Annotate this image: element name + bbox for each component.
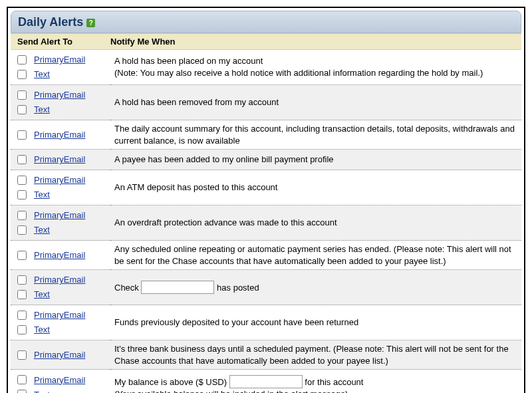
alert-option: PrimaryEmail [15,372,106,387]
checkbox-primary-email[interactable] [17,275,27,285]
checkbox-text[interactable] [17,290,27,299]
alert-row: PrimaryEmailTextAn ATM deposit has poste… [11,170,521,205]
alert-row: PrimaryEmailTextAn overdraft protection … [11,205,521,241]
alert-description: The daily account summary for this accou… [110,120,521,150]
alert-options-cell: PrimaryEmailText [11,370,110,393]
alert-option: Text [15,287,106,302]
alert-option: PrimaryEmail [15,152,106,167]
col-notify-me-when: Notify Me When [110,37,521,47]
panel-title: Daily Alerts [18,15,83,29]
alert-option: Text [15,223,106,237]
checkbox-text[interactable] [17,70,27,79]
alert-option: PrimaryEmail [15,208,106,223]
alert-option: PrimaryEmail [15,128,106,142]
alert-option: PrimaryEmail [15,308,106,323]
alert-description: A hold has been removed from my account [110,85,521,120]
checkbox-primary-email[interactable] [17,350,27,360]
link-text[interactable]: Text [34,68,50,80]
link-text[interactable]: Text [34,189,50,201]
alert-option: PrimaryEmail [15,273,106,287]
alert-options-cell: PrimaryEmailText [11,170,110,205]
link-primary-email[interactable]: PrimaryEmail [34,174,85,186]
alert-options-cell: PrimaryEmail [11,340,110,370]
link-primary-email[interactable]: PrimaryEmail [34,309,85,321]
checkbox-text[interactable] [17,390,27,393]
alert-description: My balance is above ($ USD) for this acc… [110,370,521,393]
panel-header: Daily Alerts ? [11,11,521,33]
checkbox-text[interactable] [17,105,27,114]
checkbox-primary-email[interactable] [17,155,27,164]
alert-description: Check has posted [110,270,521,305]
checkbox-primary-email[interactable] [17,251,27,260]
checkbox-primary-email[interactable] [17,311,27,320]
alert-options-cell: PrimaryEmail [11,150,110,170]
alert-row: PrimaryEmailAny scheduled online repeati… [11,241,521,270]
checkbox-primary-email[interactable] [17,130,27,140]
alert-options-cell: PrimaryEmailText [11,270,110,305]
alert-option: Text [15,323,106,337]
checkbox-primary-email[interactable] [17,176,27,185]
alert-row: PrimaryEmailTextA hold has been placed o… [11,50,521,85]
checkbox-text[interactable] [17,325,27,334]
alert-row: PrimaryEmailTextMy balance is above ($ U… [11,370,521,393]
alert-options-cell: PrimaryEmailText [11,305,110,340]
link-text[interactable]: Text [34,104,50,116]
checkbox-primary-email[interactable] [17,90,27,100]
checkbox-primary-email[interactable] [17,211,27,220]
link-primary-email[interactable]: PrimaryEmail [34,249,85,261]
link-primary-email[interactable]: PrimaryEmail [34,374,85,386]
alert-option: Text [15,67,106,82]
link-primary-email[interactable]: PrimaryEmail [34,129,85,141]
alert-row: PrimaryEmailA payee has been added to my… [11,150,521,170]
link-primary-email[interactable]: PrimaryEmail [34,89,85,101]
alert-option: Text [15,102,106,117]
alert-options-cell: PrimaryEmail [11,120,110,150]
checkbox-text[interactable] [17,190,27,199]
balance-threshold-input[interactable] [229,375,303,388]
alert-row: PrimaryEmailTextFunds previously deposit… [11,305,521,340]
alert-options-cell: PrimaryEmailText [11,50,110,85]
alert-description: A hold has been placed on my account(Not… [110,50,521,85]
alert-description: A payee has been added to my online bill… [110,150,521,170]
link-text[interactable]: Text [34,289,50,301]
alert-description: It's three bank business days until a sc… [110,340,521,370]
link-text[interactable]: Text [34,324,50,336]
check-number-input[interactable] [141,281,214,294]
alert-row: PrimaryEmailThe daily account summary fo… [11,120,521,150]
alert-option: PrimaryEmail [15,348,106,362]
alert-description: An overdraft protection advance was made… [110,205,521,241]
link-primary-email[interactable]: PrimaryEmail [34,54,85,66]
link-text[interactable]: Text [34,389,50,394]
alert-description: An ATM deposit has posted to this accoun… [110,170,521,205]
alert-description: Funds previously deposited to your accou… [110,305,521,340]
alert-option: Text [15,387,106,393]
alert-option: PrimaryEmail [15,53,106,67]
checkbox-primary-email[interactable] [17,375,27,384]
alert-description: Any scheduled online repeating or automa… [110,241,521,270]
alert-option: Text [15,188,106,202]
link-text[interactable]: Text [34,224,50,236]
link-primary-email[interactable]: PrimaryEmail [34,349,85,361]
alert-options-cell: PrimaryEmailText [11,85,110,120]
alert-row: PrimaryEmailTextA hold has been removed … [11,85,521,120]
alert-row: PrimaryEmailTextCheck has posted [11,270,521,305]
col-send-alert-to: Send Alert To [11,37,110,47]
alert-option: PrimaryEmail [15,173,106,188]
link-primary-email[interactable]: PrimaryEmail [34,274,85,286]
alert-option: PrimaryEmail [15,88,106,102]
alerts-table: PrimaryEmailTextA hold has been placed o… [11,50,521,393]
alert-row: PrimaryEmailIt's three bank business day… [11,340,521,370]
alert-option: PrimaryEmail [15,248,106,263]
checkbox-text[interactable] [17,225,27,235]
link-primary-email[interactable]: PrimaryEmail [34,154,85,166]
alert-options-cell: PrimaryEmailText [11,205,110,241]
help-icon[interactable]: ? [86,19,95,27]
link-primary-email[interactable]: PrimaryEmail [34,209,85,221]
alert-options-cell: PrimaryEmail [11,241,110,270]
checkbox-primary-email[interactable] [17,55,27,65]
column-header-row: Send Alert To Notify Me When [11,33,521,50]
